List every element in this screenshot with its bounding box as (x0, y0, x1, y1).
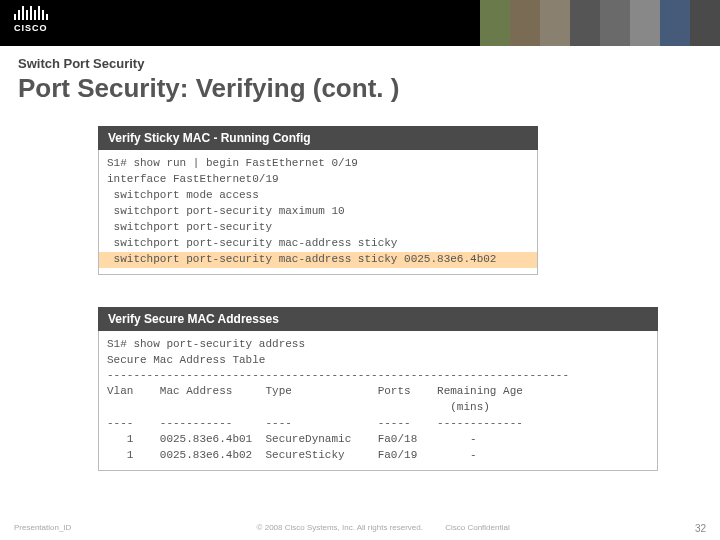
footer-copyright: © 2008 Cisco Systems, Inc. All rights re… (257, 523, 423, 532)
cisco-logo: CISCO (0, 0, 48, 33)
page-title: Port Security: Verifying (cont. ) (18, 73, 702, 104)
term1-line: switchport port-security maximum 10 (107, 205, 345, 217)
top-banner: CISCO (0, 0, 720, 46)
section2-header: Verify Secure MAC Addresses (98, 307, 658, 331)
breadcrumb: Switch Port Security (18, 56, 702, 71)
term2-line: S1# show port-security address (107, 338, 305, 350)
term1-line: switchport port-security (107, 221, 272, 233)
section1-header: Verify Sticky MAC - Running Config (98, 126, 538, 150)
term1-line: S1# show run | begin FastEthernet 0/19 (107, 157, 358, 169)
logo-bars-icon (14, 6, 48, 20)
term1-line: switchport port-security mac-address sti… (107, 237, 397, 249)
term2-line: (mins) (107, 401, 490, 413)
logo-text: CISCO (14, 23, 48, 33)
page-number: 32 (695, 523, 706, 534)
section-secure-addresses: Verify Secure MAC Addresses S1# show por… (98, 307, 702, 472)
term2-line: ----------------------------------------… (107, 369, 569, 381)
footer-left: Presentation_ID (14, 523, 71, 534)
term1-line: switchport mode access (107, 189, 259, 201)
term2-line: Vlan Mac Address Type Ports Remaining Ag… (107, 385, 523, 397)
term1-line: interface FastEthernet0/19 (107, 173, 279, 185)
footer-confidential: Cisco Confidential (445, 523, 509, 532)
term2-line: Secure Mac Address Table (107, 354, 265, 366)
terminal-output-2: S1# show port-security address Secure Ma… (98, 331, 658, 472)
footer: Presentation_ID © 2008 Cisco Systems, In… (0, 523, 720, 534)
term1-line-highlight: switchport port-security mac-address sti… (99, 252, 537, 268)
slide-content: Switch Port Security Port Security: Veri… (0, 46, 720, 471)
term2-line: 1 0025.83e6.4b02 SecureSticky Fa0/19 - (107, 449, 477, 461)
term2-line: ---- ----------- ---- ----- ------------… (107, 417, 523, 429)
banner-people-strip (480, 0, 720, 46)
terminal-output-1: S1# show run | begin FastEthernet 0/19 i… (98, 150, 538, 275)
term2-line: 1 0025.83e6.4b01 SecureDynamic Fa0/18 - (107, 433, 477, 445)
footer-center: © 2008 Cisco Systems, Inc. All rights re… (71, 523, 695, 534)
section-sticky-mac: Verify Sticky MAC - Running Config S1# s… (98, 126, 702, 275)
